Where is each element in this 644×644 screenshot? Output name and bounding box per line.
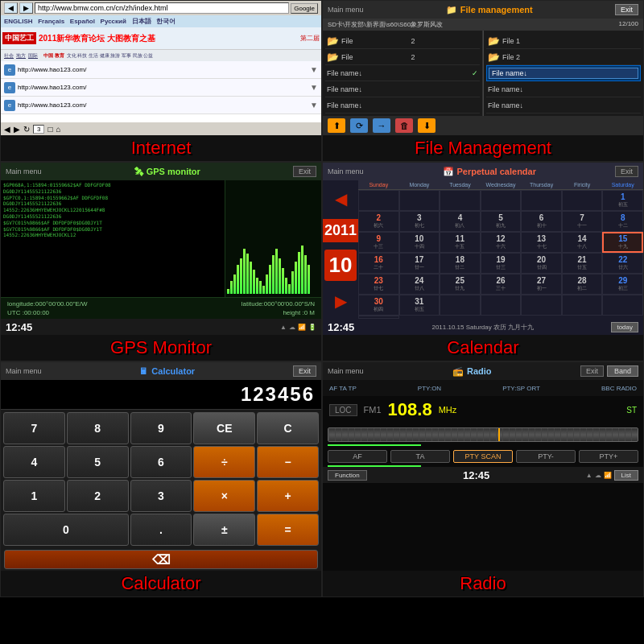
cal-cell-17[interactable]: 12十六: [481, 232, 522, 253]
cal-prev-btn[interactable]: ◀: [332, 186, 350, 212]
calc-main-menu[interactable]: Main menu: [6, 367, 42, 375]
cal-main-menu[interactable]: Main menu: [328, 167, 364, 175]
ie-forward-status[interactable]: ▶: [14, 125, 20, 134]
file-left-5[interactable]: File name↓: [325, 97, 480, 114]
cal-cell-25[interactable]: 20廿四: [521, 253, 562, 274]
cal-cell-36[interactable]: 31初五: [399, 295, 440, 316]
ie-sub-link2[interactable]: 地方: [16, 52, 26, 60]
ie-refresh-status[interactable]: ↻: [23, 125, 30, 134]
cal-today-btn[interactable]: today: [611, 322, 638, 332]
calc-btn-8[interactable]: 8: [67, 412, 129, 444]
file-tb-down[interactable]: ⬇: [418, 118, 436, 133]
file-left-2[interactable]: 📂 File 2: [325, 49, 480, 65]
cal-cell-32[interactable]: 27初一: [521, 274, 562, 295]
cal-cell-33[interactable]: 28初二: [562, 274, 603, 295]
cal-cell-10[interactable]: 5初九: [481, 211, 522, 232]
cal-cell-30[interactable]: 25廿九: [440, 274, 481, 295]
file-right-4[interactable]: File name↓: [486, 81, 641, 97]
cal-cell-34[interactable]: 29初三: [602, 274, 643, 295]
cal-cell-23[interactable]: 18廿二: [440, 253, 481, 274]
file-tb-move[interactable]: →: [373, 118, 390, 133]
file-right-2[interactable]: 📂 File 2: [486, 49, 641, 65]
calc-exit-btn[interactable]: Exit: [293, 365, 316, 377]
ie-fav-3[interactable]: e http://www.hao123.com/ ▼: [1, 97, 321, 114]
cal-cell-29[interactable]: 24廿八: [399, 274, 440, 295]
file-left-4[interactable]: File name↓: [325, 81, 480, 97]
cal-cell-31[interactable]: 26三十: [481, 274, 522, 295]
calc-btn-dot[interactable]: .: [130, 514, 192, 546]
calc-btn-0[interactable]: 0: [3, 514, 129, 546]
ie-back-status[interactable]: ◀: [4, 125, 10, 134]
file-right-5[interactable]: File name↓: [486, 97, 641, 114]
calc-btn-add[interactable]: +: [257, 480, 319, 512]
cal-cell-12[interactable]: 7十一: [562, 211, 603, 232]
ie-url-input[interactable]: [35, 2, 289, 14]
radio-ptyscan-btn[interactable]: PTY SCAN: [453, 450, 513, 463]
ie-sub-link[interactable]: 社会: [4, 52, 14, 60]
cal-exit-btn[interactable]: Exit: [615, 166, 638, 177]
ie-home-status[interactable]: ⌂: [56, 125, 61, 134]
cal-cell-7[interactable]: 2初六: [358, 211, 399, 232]
cal-cell-22[interactable]: 17廿一: [399, 253, 440, 274]
cal-cell-8[interactable]: 3初七: [399, 211, 440, 232]
cal-cell-24[interactable]: 19廿三: [481, 253, 522, 274]
radio-function-btn[interactable]: Function: [328, 470, 367, 481]
ie-stop-status[interactable]: □: [47, 125, 52, 134]
file-tb-up[interactable]: ⬆: [328, 118, 345, 133]
cal-cell-28[interactable]: 23廿七: [358, 274, 399, 295]
gps-exit-btn[interactable]: Exit: [293, 166, 316, 177]
radio-ptyminus-btn[interactable]: PTY-: [516, 450, 576, 463]
cal-cell-16[interactable]: 11十五: [440, 232, 481, 253]
calc-btn-ce[interactable]: CE: [193, 412, 255, 444]
file-tb-delete[interactable]: 🗑: [395, 118, 413, 133]
calc-btn-mul[interactable]: ×: [193, 480, 255, 512]
calc-btn-6[interactable]: 6: [130, 446, 192, 478]
ie-forward-btn[interactable]: ▶: [19, 2, 33, 14]
cal-cell-6[interactable]: 1初五: [602, 190, 643, 211]
cal-cell-15[interactable]: 10十四: [399, 232, 440, 253]
radio-band-btn[interactable]: Band: [607, 365, 638, 377]
cal-cell-26[interactable]: 21廿五: [562, 253, 603, 274]
gps-main-menu[interactable]: Main menu: [6, 167, 42, 175]
ie-fav-2[interactable]: e http://www.hao123.com/ ▼: [1, 79, 321, 97]
calc-btn-1[interactable]: 1: [3, 480, 65, 512]
file-right-3[interactable]: [486, 65, 641, 81]
calc-btn-back[interactable]: ⌫: [4, 550, 318, 569]
cal-cell-35[interactable]: 30初四: [358, 295, 399, 316]
cal-cell-13[interactable]: 8十二: [602, 211, 643, 232]
calc-btn-9[interactable]: 9: [130, 412, 192, 444]
file-name-input[interactable]: [489, 68, 638, 79]
ie-back-btn[interactable]: ◀: [4, 2, 18, 14]
radio-ta-btn[interactable]: TA: [390, 450, 450, 463]
calc-btn-2[interactable]: 2: [67, 480, 129, 512]
file-tb-copy[interactable]: ⟳: [350, 118, 368, 133]
radio-ptyplus-btn[interactable]: PTY+: [579, 450, 638, 463]
radio-main-menu[interactable]: Main menu: [328, 367, 364, 375]
cal-cell-20[interactable]: 15十九: [602, 232, 643, 253]
cal-cell-11[interactable]: 6初十: [521, 211, 562, 232]
cal-cell-14[interactable]: 9十三: [358, 232, 399, 253]
cal-cell-9[interactable]: 4初八: [440, 211, 481, 232]
radio-af-btn[interactable]: AF: [328, 450, 387, 463]
calc-btn-7[interactable]: 7: [3, 412, 65, 444]
calc-btn-pm[interactable]: ±: [193, 514, 255, 546]
file-left-3[interactable]: File name↓ ✓: [325, 65, 480, 81]
calc-btn-div[interactable]: ÷: [193, 446, 255, 478]
cal-cell-27[interactable]: 22廿六: [602, 253, 643, 274]
cal-cell-18[interactable]: 13十七: [521, 232, 562, 253]
radio-slider-track[interactable]: [328, 427, 638, 442]
file-left-1[interactable]: 📂 File 2: [325, 33, 480, 49]
calc-btn-4[interactable]: 4: [3, 446, 65, 478]
ie-sub-link3[interactable]: 国际: [28, 52, 38, 60]
cal-next-btn[interactable]: ▶: [332, 288, 350, 314]
file-main-menu[interactable]: Main menu: [328, 6, 364, 14]
ie-fav-1[interactable]: e http://www.hao123.com/ ▼: [1, 61, 321, 79]
file-exit-btn[interactable]: Exit: [615, 4, 638, 15]
radio-exit-btn[interactable]: Exit: [580, 365, 604, 377]
calc-btn-sub[interactable]: −: [257, 446, 319, 478]
calc-btn-eq[interactable]: =: [257, 514, 319, 546]
cal-cell-19[interactable]: 14十八: [562, 232, 603, 253]
calc-btn-3[interactable]: 3: [130, 480, 192, 512]
calc-btn-5[interactable]: 5: [67, 446, 129, 478]
file-right-1[interactable]: 📂 File 1: [486, 33, 641, 49]
